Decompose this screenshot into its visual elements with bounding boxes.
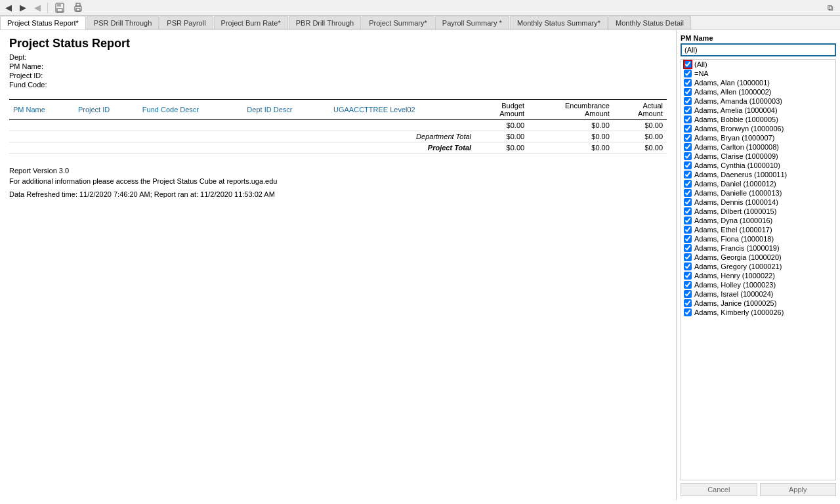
row-budget: $0.00 (475, 120, 528, 131)
report-refresh-time: Data Refreshed time: 11/2/2020 7:46:20 A… (9, 190, 667, 198)
filter-item-label: Adams, Daenerus (1000011) (694, 171, 787, 178)
filter-list-item[interactable]: Adams, Bronwyn (1000006) (681, 124, 835, 133)
filter-checkbox[interactable] (684, 152, 692, 160)
filter-list-container[interactable]: (All)=NAAdams, Alan (1000001)Adams, Alle… (681, 59, 836, 480)
filter-list-item[interactable]: Adams, Daniel (1000012) (681, 179, 835, 188)
filter-item-label: Adams, Janice (1000025) (694, 299, 776, 307)
tab-pbr-drill-through[interactable]: PBR Drill Through (289, 16, 361, 30)
filter-checkbox[interactable] (684, 281, 692, 289)
filter-checkbox[interactable] (684, 235, 692, 243)
filter-list-item[interactable]: Adams, Janice (1000025) (681, 299, 835, 308)
report-pm-name: PM Name: (9, 62, 667, 70)
filter-list-item[interactable]: Adams, Holley (1000023) (681, 280, 835, 289)
back-button[interactable]: ◀ (3, 1, 14, 14)
filter-search-input[interactable] (681, 43, 836, 56)
print-button[interactable] (70, 1, 86, 14)
project-total-label: Project Total (9, 142, 475, 154)
filter-list-item[interactable]: Adams, Israel (1000024) (681, 289, 835, 299)
filter-checkbox[interactable] (684, 70, 692, 77)
filter-checkbox[interactable] (684, 79, 692, 87)
filter-list-item[interactable]: Adams, Kimberly (1000026) (681, 308, 835, 317)
filter-checkbox[interactable] (684, 272, 692, 280)
filter-list-item[interactable]: Adams, Danielle (1000013) (681, 188, 835, 198)
filter-checkbox[interactable] (684, 290, 692, 298)
filter-list-item[interactable]: Adams, Georgia (1000020) (681, 253, 835, 262)
filter-checkbox[interactable] (684, 180, 692, 188)
filter-checkbox[interactable] (684, 299, 692, 307)
filter-item-label: Adams, Amanda (1000003) (694, 97, 782, 105)
filter-checkbox[interactable] (684, 125, 692, 133)
save-icon (54, 3, 65, 13)
filter-apply-button[interactable]: Apply (760, 483, 837, 496)
filter-checkbox[interactable] (684, 116, 692, 123)
tab-monthly-status-summary[interactable]: Monthly Status Summary* (510, 16, 608, 30)
filter-list-item[interactable]: Adams, Carlton (1000008) (681, 142, 835, 152)
filter-list-item[interactable]: Adams, Fiona (1000018) (681, 234, 835, 243)
filter-item-label: Adams, Dyna (1000016) (694, 217, 772, 224)
filter-checkbox[interactable] (684, 161, 692, 169)
filter-list-item[interactable]: Adams, Bryan (1000007) (681, 133, 835, 142)
filter-list-item[interactable]: Adams, Dennis (1000014) (681, 198, 835, 207)
filter-list-item[interactable]: =NA (681, 69, 835, 78)
tab-project-burn-rate[interactable]: Project Burn Rate* (214, 16, 288, 30)
filter-checkbox[interactable] (684, 88, 692, 96)
filter-list-item[interactable]: Adams, Daenerus (1000011) (681, 170, 835, 179)
save-button[interactable] (52, 1, 68, 14)
row-ugacc (329, 120, 475, 131)
filter-list-item[interactable]: Adams, Dilbert (1000015) (681, 207, 835, 216)
filter-item-label: Adams, Henry (1000022) (694, 272, 775, 280)
filter-list-item[interactable]: Adams, Cynthia (1000010) (681, 161, 835, 170)
filter-checkbox[interactable] (684, 60, 692, 68)
filter-checkbox[interactable] (684, 171, 692, 178)
tab-psr-drill-through[interactable]: PSR Drill Through (87, 16, 159, 30)
window-restore-button[interactable]: ⧉ (824, 2, 837, 14)
filter-list-item[interactable]: Adams, Clarise (1000009) (681, 152, 835, 161)
filter-checkbox[interactable] (684, 97, 692, 105)
filter-list-item[interactable]: (All) (681, 60, 835, 69)
filter-list-item[interactable]: Adams, Allen (1000002) (681, 87, 835, 96)
dept-total-row: Department Total $0.00 $0.00 $0.00 (9, 131, 667, 142)
print-icon (73, 3, 83, 13)
tab-psr-payroll[interactable]: PSR Payroll (159, 16, 213, 30)
filter-checkbox[interactable] (684, 106, 692, 114)
filter-list-item[interactable]: Adams, Bobbie (1000005) (681, 115, 835, 124)
filter-checkbox[interactable] (684, 189, 692, 197)
filter-list-item[interactable]: Adams, Ethel (1000017) (681, 225, 835, 234)
filter-checkbox[interactable] (684, 244, 692, 252)
filter-checkbox[interactable] (684, 253, 692, 261)
report-fund-code: Fund Code: (9, 81, 667, 89)
filter-checkbox[interactable] (684, 134, 692, 142)
filter-checkbox[interactable] (684, 308, 692, 316)
tab-project-status-report[interactable]: Project Status Report* (0, 16, 86, 30)
col-pm-name: PM Name (9, 100, 74, 120)
filter-list-item[interactable]: Adams, Dyna (1000016) (681, 216, 835, 225)
forward-button[interactable]: ▶ (17, 1, 29, 14)
filter-item-label: Adams, Daniel (1000012) (694, 180, 776, 188)
filter-list-item[interactable]: Adams, Amelia (1000004) (681, 106, 835, 115)
back-alt-button[interactable]: ◀ (32, 1, 43, 14)
filter-list-item[interactable]: Adams, Henry (1000022) (681, 271, 835, 280)
row-actual: $0.00 (614, 120, 667, 131)
filter-list-item[interactable]: Adams, Francis (1000019) (681, 243, 835, 253)
svg-rect-5 (76, 9, 80, 11)
filter-cancel-button[interactable]: Cancel (681, 483, 757, 496)
tab-monthly-status-detail[interactable]: Monthly Status Detail (608, 16, 691, 30)
filter-list-item[interactable]: Adams, Alan (1000001) (681, 78, 835, 87)
filter-checkbox[interactable] (684, 143, 692, 151)
filter-checkbox[interactable] (684, 262, 692, 270)
filter-list-item[interactable]: Adams, Amanda (1000003) (681, 96, 835, 106)
filter-checkbox[interactable] (684, 207, 692, 215)
filter-item-label: Adams, Clarise (1000009) (694, 152, 778, 160)
filter-item-label: Adams, Cynthia (1000010) (694, 161, 780, 169)
filter-checkbox[interactable] (684, 198, 692, 206)
filter-checkbox[interactable] (684, 217, 692, 224)
filter-checkbox[interactable] (684, 226, 692, 234)
tab-payroll-summary[interactable]: Payroll Summary * (435, 16, 509, 30)
tab-project-summary[interactable]: Project Summary* (362, 16, 434, 30)
row-pm (9, 120, 74, 131)
project-total-actual: $0.00 (614, 142, 667, 154)
filter-item-label: Adams, Bronwyn (1000006) (694, 125, 784, 133)
col-budget-amount: Budget Amount (475, 100, 528, 120)
filter-list-item[interactable]: Adams, Gregory (1000021) (681, 262, 835, 271)
filter-item-label: Adams, Alan (1000001) (694, 79, 770, 87)
